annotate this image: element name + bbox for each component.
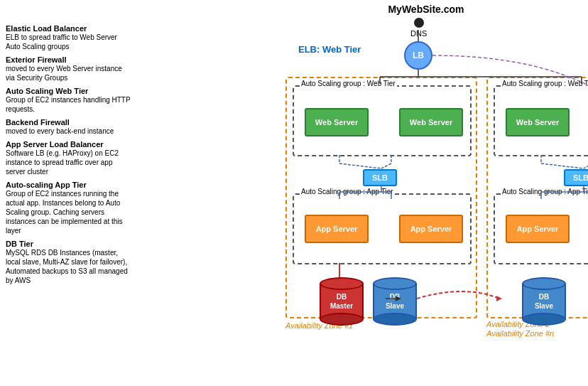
asg-app2-label: Auto Scaling group : App Tier [501, 188, 588, 195]
dns-label: DNS [410, 29, 427, 38]
diagram: MyWebSite.com DNS ELB: Web Tier LB Auto … [138, 0, 588, 386]
slb2: SLB [564, 169, 588, 186]
db-master-cylinder: DBMaster [320, 277, 364, 326]
elb-label: ELB: Web Tier [298, 44, 361, 55]
web-server-2: Web Server [399, 108, 463, 136]
sidebar-elb-title: Elastic Load Balancer [6, 24, 133, 33]
sidebar-app-lb-title: App Server Load Balancer [6, 140, 133, 149]
db-slave1-cylinder: DBSlave [373, 277, 417, 326]
sidebar-exterior-fw-title: Exterior Firewall [6, 55, 133, 64]
sidebar-app-lb: App Server Load Balancer Software LB (e.… [6, 140, 133, 176]
asg-web2-label: Auto Scaling group : Web Tier [501, 80, 588, 87]
sidebar-asg-app-text: Group of EC2 instances running the actua… [6, 189, 133, 235]
db-slave2-cylinder: DBSlave [522, 277, 566, 326]
sidebar-db: DB Tier MySQL RDS DB Instances (master, … [6, 240, 133, 285]
sidebar-asg-web-text: Group of EC2 instances handling HTTP req… [6, 95, 133, 114]
asg-web1-label: Auto Scaling group : Web Tier [300, 80, 397, 87]
sidebar-backend-fw: Backend Firewall moved to every back-end… [6, 118, 133, 136]
website-title: MyWebSite.com [277, 4, 575, 15]
asg-web2-box: Auto Scaling group : Web Tier Web Server… [494, 85, 588, 156]
sidebar-db-title: DB Tier [6, 240, 133, 248]
web-server-3: Web Server [506, 108, 570, 136]
sidebar-asg-app-title: Auto-scaling App Tier [6, 181, 133, 189]
sidebar-elb: Elastic Load Balancer ELB to spread traf… [6, 24, 133, 51]
az2-label-n: Availability Zone #n [486, 329, 554, 338]
slb1: SLB [363, 169, 397, 186]
asg-app1-label: Auto Scaling group : App Tier [300, 188, 395, 195]
sidebar-exterior-fw: Exterior Firewall moved to every Web Ser… [6, 55, 133, 82]
sidebar-asg-web: Auto Scaling Web Tier Group of EC2 insta… [6, 87, 133, 114]
sidebar-elb-text: ELB to spread traffic to Web Server Auto… [6, 33, 133, 51]
sidebar-backend-fw-title: Backend Firewall [6, 118, 133, 127]
app-server-1: App Server [305, 215, 369, 243]
sidebar-asg-app: Auto-scaling App Tier Group of EC2 insta… [6, 181, 133, 235]
sidebar-asg-web-title: Auto Scaling Web Tier [6, 87, 133, 95]
sidebar-app-lb-text: Software LB (e.g. HAProxy) on EC2 instan… [6, 149, 133, 176]
asg-app2-box: Auto Scaling group : App Tier App Server… [494, 193, 588, 264]
lb-circle: LB [404, 41, 432, 70]
db-slave1-label: DBSlave [386, 292, 404, 311]
sidebar: Elastic Load Balancer ELB to spread traf… [0, 21, 138, 292]
app-server-2: App Server [399, 215, 463, 243]
sidebar-backend-fw-text: moved to every back-end instance [6, 127, 133, 136]
asg-app1-box: Auto Scaling group : App Tier App Server… [293, 193, 472, 264]
web-server-1: Web Server [305, 108, 369, 136]
dns-dot [414, 18, 424, 28]
sidebar-exterior-fw-text: moved to every Web Server instance via S… [6, 64, 133, 82]
db-slave2-label: DBSlave [535, 292, 553, 311]
app-server-3: App Server [506, 215, 570, 243]
sidebar-db-text: MySQL RDS DB Instances (master, local sl… [6, 248, 133, 285]
dns-container: DNS [410, 18, 427, 38]
db-master-label: DBMaster [330, 292, 353, 311]
asg-web1-box: Auto Scaling group : Web Tier Web Server… [293, 85, 472, 156]
